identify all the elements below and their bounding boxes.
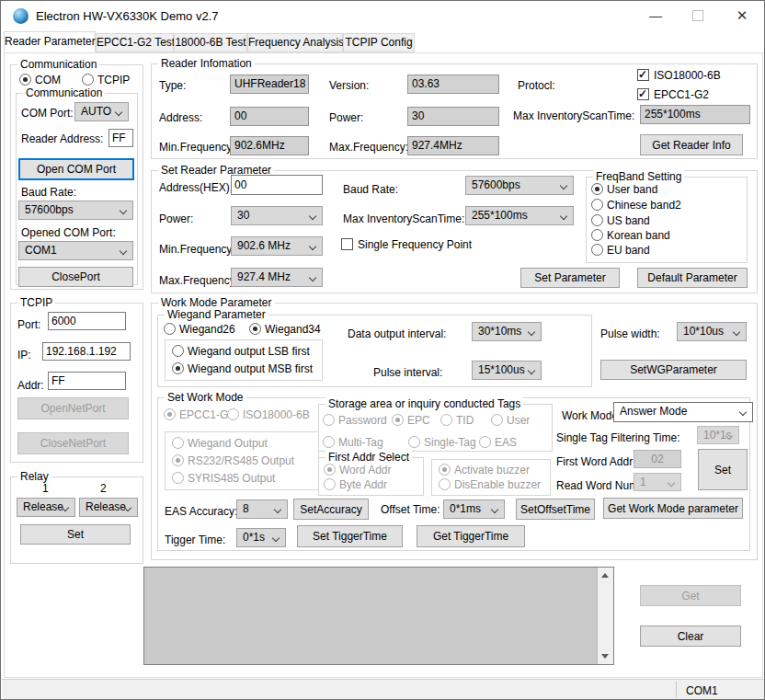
reader-address-input[interactable] [108,129,133,147]
protocol-label: Protocl: [518,79,555,92]
get-button[interactable]: Get [640,585,741,606]
baud-rate-select[interactable]: 57600bps [18,201,133,220]
offset-time-select[interactable]: 0*1ms [443,499,505,519]
checkbox-single-frequency-point[interactable]: Single Frequency Point [341,238,472,251]
radio-chinese-band2[interactable]: Chinese band2 [591,199,681,212]
tigger-time-select[interactable]: 0*1s [236,528,286,547]
addr-input[interactable] [48,372,126,390]
work-mode-label: Work Mode: [562,409,621,422]
work-mode-select[interactable]: Answer Mode [613,402,753,422]
power-param-select[interactable]: 30 [231,206,323,225]
baud-rate-param-select[interactable]: 57600bps [465,176,574,195]
scroll-up-icon[interactable] [601,573,609,578]
tab-tcpip-config[interactable]: TCPIP Config [343,33,415,52]
checkbox-epcc1-g2[interactable]: EPCC1-G2 [637,88,709,101]
tab-18000-6b-test[interactable]: 18000-6B Test [174,33,247,52]
radio-password[interactable]: Password [323,414,387,427]
close-net-port-button[interactable]: CloseNetPort [17,432,129,454]
radio-workmode-iso18000-6b[interactable]: ISO18000-6B [227,408,310,421]
get-reader-info-button[interactable]: Get Reader Info [640,134,743,155]
set-accuracy-button[interactable]: SetAccuracy [293,499,369,520]
max-frequency-label: Max.Frequency: [329,141,408,154]
radio-single-tag[interactable]: Single-Tag [408,436,476,449]
relay-set-button[interactable]: Set [20,524,131,545]
output-scrollbar[interactable] [597,568,613,664]
data-output-interval-select[interactable]: 30*10ms [472,322,542,341]
set-offset-time-button[interactable]: SetOffsetTime [516,499,595,520]
radio-user-band[interactable]: User band [591,183,657,196]
radio-wiegand26[interactable]: Wiegand26 [164,323,235,336]
get-tigger-time-button[interactable]: Get TiggerTime [417,525,525,547]
power-label: Power: [329,111,363,124]
output-log-area[interactable] [143,567,614,665]
radio-tcpip[interactable]: TCPIP [82,74,130,86]
close-button[interactable]: ✕ [719,1,765,30]
radio-epc[interactable]: EPC [392,414,430,427]
radio-disenable-buzzer[interactable]: DisEnable buzzer [439,478,541,491]
minimize-button[interactable]: — [634,1,677,30]
close-port-button[interactable]: ClosePort [18,267,133,287]
scroll-down-icon[interactable] [601,654,609,659]
radio-workmode-epcc1-g2[interactable]: EPCC1-G2 [164,408,234,421]
ip-input[interactable] [42,342,131,361]
address-hex-input[interactable] [231,175,323,195]
radio-word-addr[interactable]: Word Addr [324,464,391,476]
max-scan-param-label: Max InventoryScanTime: [343,212,464,225]
max-scan-param-select[interactable]: 255*100ms [465,206,574,225]
checkbox-iso18000-6b[interactable]: ISO18000-6B [637,69,721,82]
addr-label: Addr: [17,379,44,392]
pulse-width-select[interactable]: 10*10us [677,322,747,341]
baud-rate-label: Baud Rate: [21,186,76,199]
default-parameter-button[interactable]: Default Parameter [637,268,748,288]
read-word-number-select[interactable]: 1 [634,473,681,491]
radio-korean-band[interactable]: Korean band [591,229,670,242]
work-mode-set-button[interactable]: Set [698,449,748,490]
radio-wiegand-lsb-first[interactable]: Wiegand output LSB first [172,345,310,358]
window-title: Electron HW-VX6330K Demo v2.7 [36,9,218,23]
set-tigger-time-button[interactable]: Set TiggerTime [297,525,403,547]
radio-wiegand34[interactable]: Wiegand34 [249,323,321,336]
first-word-addr-input[interactable]: 02 [634,450,681,468]
relay2-select[interactable]: Release [79,498,138,517]
power-param-label: Power: [159,212,193,225]
radio-multi-tag[interactable]: Multi-Tag [323,436,383,449]
radio-com[interactable]: COM [19,74,61,86]
tab-frequency-analysis[interactable]: Frequency Analysis [247,33,343,52]
com-port-select[interactable]: AUTO [74,102,129,121]
group-title: Communication [17,58,99,71]
opened-com-port-select[interactable]: COM1 [18,241,133,260]
address-label: Address: [159,111,202,124]
group-relay: Relay [10,476,143,564]
radio-wiegand-output[interactable]: Wiegand Output [172,437,268,450]
port-input[interactable] [48,312,126,330]
min-freq-param-select[interactable]: 902.6 MHz [231,236,323,256]
radio-syris485-output[interactable]: SYRIS485 Output [172,472,275,485]
radio-user[interactable]: User [491,414,530,427]
tab-epcc1-g2-test[interactable]: EPCC1-G2 Test [96,33,174,52]
radio-tid[interactable]: TID [440,414,474,427]
radio-wiegand-msb-first[interactable]: Wiegand output MSB first [172,362,313,375]
group-title: Storage area or inquiry conducted Tags [325,397,523,410]
relay1-select[interactable]: Release [17,498,75,517]
get-work-mode-parameter-button[interactable]: Get Work Mode parameter [603,498,743,519]
radio-us-band[interactable]: US band [591,214,650,227]
radio-byte-addr[interactable]: Byte Addr [324,478,387,491]
set-parameter-button[interactable]: Set Parameter [520,268,620,288]
radio-activate-buzzer[interactable]: Activate buzzer [439,464,530,476]
single-tag-filtering-time-select[interactable]: 10*1s [697,426,739,444]
open-net-port-button[interactable]: OpenNetPort [17,397,129,419]
radio-rs232-rs485-output[interactable]: RS232/RS485 Output [172,454,294,467]
tab-reader-parameter[interactable]: Reader Parameter [4,31,96,52]
set-wg-parameter-button[interactable]: SetWGParameter [600,360,747,380]
radio-eu-band[interactable]: EU band [591,244,650,257]
eas-accuracy-select[interactable]: 8 [236,499,288,519]
maximize-button[interactable] [677,1,719,30]
group-title: TCPIP [17,296,55,309]
pulse-interval-select[interactable]: 15*100us [472,361,542,380]
min-frequency-value: 902.6MHz [230,136,309,155]
radio-eas[interactable]: EAS [479,436,517,449]
max-freq-param-select[interactable]: 927.4 MHz [231,268,323,287]
open-com-port-button[interactable]: Open COM Port [18,158,134,180]
clear-button[interactable]: Clear [640,625,741,647]
max-frequency-value: 927.4MHz [407,136,499,155]
